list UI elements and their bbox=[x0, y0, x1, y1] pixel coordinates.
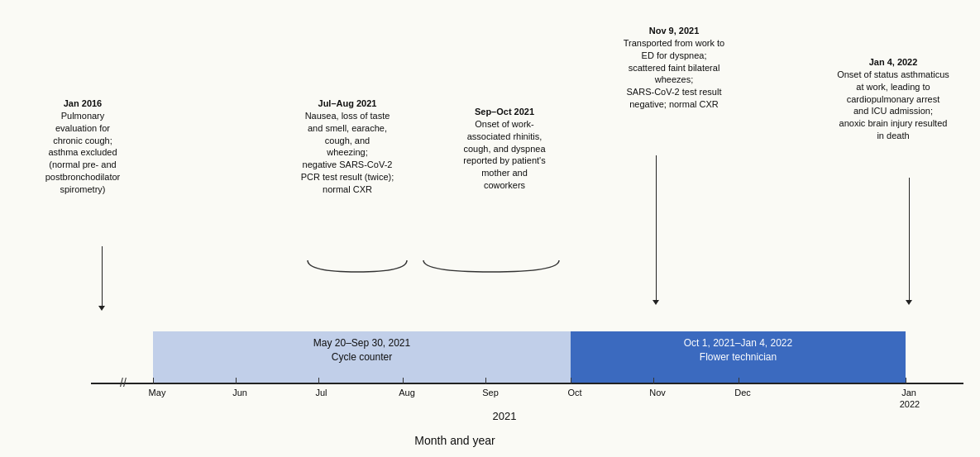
tick-aug bbox=[403, 378, 404, 384]
arrow-nov2021 bbox=[653, 155, 659, 305]
label-jun: Jun bbox=[227, 388, 252, 397]
tick-jul bbox=[318, 378, 319, 384]
label-oct: Oct bbox=[563, 388, 586, 397]
annotation-jan2016: Jan 2016 Pulmonary evaluation for chroni… bbox=[25, 98, 141, 196]
label-sep: Sep bbox=[478, 388, 503, 397]
label-nov: Nov bbox=[646, 388, 669, 397]
brace-jul-aug bbox=[304, 259, 411, 274]
label-dec: Dec bbox=[731, 388, 754, 397]
arrow-jan2022 bbox=[906, 178, 912, 305]
chart-container: Jan 2016 Pulmonary evaluation for chroni… bbox=[0, 0, 980, 457]
tick-may bbox=[153, 378, 154, 384]
label-year2022: 2022 bbox=[895, 399, 925, 409]
tick-oct bbox=[571, 378, 571, 384]
brace-sep-oct bbox=[419, 259, 564, 274]
tick-jan2022 bbox=[906, 378, 906, 384]
label-jan2022: Jan bbox=[897, 388, 920, 397]
annotation-jul-aug2021: Jul–Aug 2021 Nausea, loss of taste and s… bbox=[273, 98, 422, 196]
bar-flower-technician-label: Oct 1, 2021–Jan 4, 2022 Flower technicia… bbox=[571, 336, 906, 364]
axis-break: // bbox=[120, 376, 127, 389]
year-2021-label: 2021 bbox=[480, 410, 529, 422]
bar-cycle-counter-label: May 20–Sep 30, 2021 Cycle counter bbox=[153, 336, 571, 364]
annotation-sep-oct2021: Sep–Oct 2021 Onset of work- associated r… bbox=[438, 106, 571, 192]
tick-jun bbox=[236, 378, 237, 384]
tick-sep bbox=[485, 378, 486, 384]
tick-nov bbox=[653, 378, 654, 384]
annotation-jan2022: Jan 4, 2022 Onset of status asthmaticus … bbox=[810, 56, 976, 142]
label-jul: Jul bbox=[311, 388, 332, 397]
tick-dec bbox=[739, 378, 739, 384]
arrow-jan2016 bbox=[98, 246, 105, 311]
label-may: May bbox=[145, 388, 170, 397]
axis-title: Month and year bbox=[331, 434, 579, 447]
label-aug: Aug bbox=[394, 388, 419, 397]
annotation-nov2021: Nov 9, 2021 Transported from work to ED … bbox=[579, 25, 769, 111]
x-axis bbox=[91, 383, 963, 384]
